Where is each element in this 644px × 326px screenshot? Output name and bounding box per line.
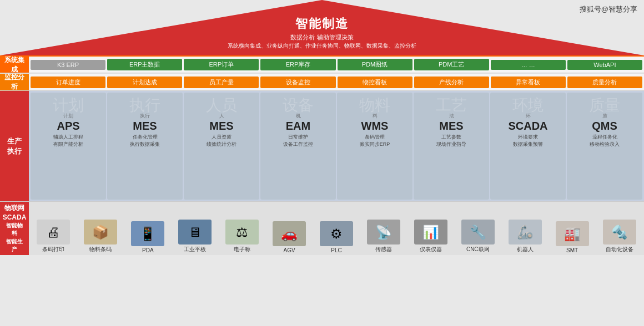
iot-device-cell: 📱 PDA: [125, 221, 171, 253]
roof-title: 智能制造: [0, 16, 644, 32]
iot-device-cell: ⚙ PLC: [314, 221, 360, 253]
monitor-cell: 计划达成: [107, 77, 182, 88]
system-cell: K3 ERP: [31, 60, 105, 70]
system-cell: PDM工艺: [414, 59, 489, 70]
iot-device-cell: 📊 仪表仪器: [407, 220, 454, 253]
iot-icon: 📡: [367, 220, 400, 244]
iot-icon: 📊: [414, 220, 447, 244]
prod-bg-text: 人员: [184, 95, 259, 116]
iot-device-cell: 🖥 工业平板: [172, 220, 218, 253]
monitor-cell: 异常看板: [491, 77, 566, 88]
iot-device-cell: 🦾 机器人: [502, 220, 548, 253]
prod-sub: 环境要求数据采集预警: [492, 134, 564, 147]
iot-device-label: 仪表仪器: [407, 246, 454, 253]
iot-device-label: CNC联网: [455, 246, 501, 253]
monitor-cells: 订单进度计划达成员工产量设备监控物控看板产线分析异常看板质量分析: [29, 74, 644, 90]
iot-icon: 🔩: [603, 220, 636, 244]
iot-device-cell: 🏭 SMT: [549, 221, 595, 253]
prod-bg-text: 执行: [107, 95, 183, 116]
production-module-cell: 环境 环 SCADA 环境要求数据采集预警: [490, 93, 566, 200]
prod-sub: 工艺参数现场作业指导: [415, 134, 487, 147]
iot-icon: 📦: [84, 220, 117, 244]
iot-device-label: 机器人: [502, 246, 548, 253]
iot-device-label: 自动化设备: [596, 246, 642, 253]
production-module-cell: 计划 计划 APS 辅助人工排程有限产能分析: [31, 93, 106, 200]
system-cell: … …: [491, 60, 566, 70]
iot-device-cell: 🖨 条码打印: [31, 220, 77, 253]
prod-main: SCADA: [492, 120, 564, 132]
prod-bg-text: 环境: [490, 95, 566, 116]
roof-subtitle: 数据分析 辅助管理决策: [0, 33, 644, 42]
production-module-cell: 工艺 法 MES 工艺参数现场作业指导: [414, 93, 489, 200]
iot-icon: 🖥: [178, 220, 212, 244]
iot-device-cell: 🔧 CNC联网: [455, 220, 501, 253]
iot-device-label: PLC: [314, 247, 360, 253]
iot-icon: ⚖: [225, 220, 259, 244]
label-monitor: 监控分析: [0, 74, 29, 90]
row-system: 系统集成 K3 ERPERP主数据ERP订单ERP库存PDM图纸PDM工艺… ……: [0, 55, 644, 73]
iot-device-cell: 🔩 自动化设备: [596, 220, 642, 253]
prod-bg-text: 计划: [31, 95, 106, 116]
prod-sub: 条码管理账实同步ERP: [339, 134, 411, 147]
row-iot: 物联网 SCADA 智能物料 智能生产 🖨 条码打印 📦 物料条码 📱 PDA …: [0, 202, 644, 255]
prod-sub: 任务化管理执行数据采集: [109, 134, 181, 147]
roof-content: 智能制造 数据分析 辅助管理决策 系统横向集成、业务纵向打通、作业任务协同、物联…: [0, 16, 644, 50]
prod-main: MES: [415, 120, 487, 132]
system-cell: ERP订单: [184, 59, 259, 70]
main-container: 搜狐号@智慧分享 智能制造 数据分析 辅助管理决策 系统横向集成、业务纵向打通、…: [0, 0, 644, 326]
iot-device-label: SMT: [549, 247, 595, 253]
prod-sub: 人员资质绩效统计分析: [185, 134, 258, 147]
watermark: 搜狐号@智慧分享: [580, 4, 637, 14]
iot-cells: 🖨 条码打印 📦 物料条码 📱 PDA 🖥 工业平板 ⚖ 电子称 🚗 AGV ⚙…: [29, 202, 644, 255]
roof-area: 智能制造 数据分析 辅助管理决策 系统横向集成、业务纵向打通、作业任务协同、物联…: [0, 0, 644, 55]
prod-sub: 日常维护设备工作监控: [262, 134, 334, 147]
iot-device-cell: 🚗 AGV: [266, 221, 313, 253]
label-system: 系统集成: [0, 57, 29, 73]
production-module-cell: 质量 质 QMS 流程任务化移动检验录入: [567, 93, 642, 200]
iot-device-label: 电子称: [219, 246, 265, 253]
iot-icon: 📱: [131, 221, 164, 246]
production-module-cell: 人员 人 MES 人员资质绩效统计分析: [184, 93, 259, 200]
production-module-cell: 设备 机 EAM 日常维护设备工作监控: [260, 93, 336, 200]
prod-main: WMS: [339, 120, 411, 132]
iot-device-label: AGV: [266, 247, 313, 253]
monitor-cell: 质量分析: [567, 77, 642, 88]
monitor-cell: 设备监控: [260, 77, 335, 88]
iot-icon: 🖨: [37, 220, 70, 244]
row-production: 生产执行 计划 计划 APS 辅助人工排程有限产能分析 执行 执行 MES 任务…: [0, 91, 644, 202]
iot-icon: 🔧: [461, 220, 495, 244]
prod-main: MES: [185, 120, 258, 132]
label-iot: 物联网 SCADA 智能物料 智能生产: [0, 202, 29, 255]
iot-device-cell: ⚖ 电子称: [219, 220, 265, 253]
prod-bg-text: 设备: [260, 95, 336, 116]
monitor-cell: 产线分析: [414, 77, 489, 88]
monitor-cell: 物控看板: [338, 77, 412, 88]
label-production: 生产执行: [0, 91, 29, 201]
monitor-cell: 员工产量: [184, 77, 259, 88]
prod-bg-text: 工艺: [414, 95, 489, 116]
monitor-cell: 订单进度: [31, 77, 105, 88]
system-cell: ERP库存: [260, 59, 335, 70]
iot-device-label: 物料条码: [78, 246, 124, 253]
iot-device-label: 工业平板: [172, 246, 218, 253]
iot-device-cell: 📡 传感器: [360, 220, 406, 253]
iot-device-label: 条码打印: [31, 246, 77, 253]
production-module-cell: 物料 料 WMS 条码管理账实同步ERP: [337, 93, 412, 200]
system-cell: PDM图纸: [338, 59, 412, 70]
prod-sub: 辅助人工排程有限产能分析: [32, 134, 104, 147]
iot-icon: 🏭: [556, 221, 589, 246]
iot-icon: 🦾: [509, 220, 542, 244]
prod-bg-text: 物料: [337, 95, 412, 116]
roof-desc: 系统横向集成、业务纵向打通、作业任务协同、物联网、数据采集、监控分析: [0, 42, 644, 50]
row-monitor: 监控分析 订单进度计划达成员工产量设备监控物控看板产线分析异常看板质量分析: [0, 73, 644, 91]
iot-icon: ⚙: [320, 221, 353, 246]
prod-main: QMS: [568, 120, 641, 132]
system-cell: WebAPI: [567, 60, 642, 70]
system-cells: K3 ERPERP主数据ERP订单ERP库存PDM图纸PDM工艺… …WebAP…: [29, 57, 644, 73]
prod-sub: 流程任务化移动检验录入: [568, 134, 641, 147]
iot-device-label: 传感器: [360, 246, 406, 253]
production-cells: 计划 计划 APS 辅助人工排程有限产能分析 执行 执行 MES 任务化管理执行…: [29, 91, 644, 201]
prod-main: MES: [109, 120, 181, 132]
iot-icon: 🚗: [273, 221, 306, 246]
prod-bg-text: 质量: [567, 95, 642, 116]
